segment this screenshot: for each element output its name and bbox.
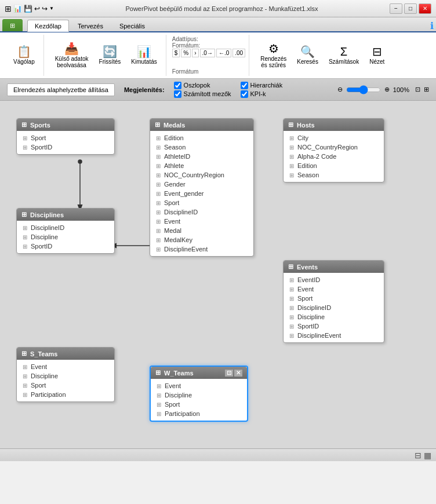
wteams-table-icon: ⊞ (155, 369, 161, 377)
minimize-button[interactable]: − (390, 3, 402, 14)
ribbon-group-format: Adattípus: Formátum: $ % › .0→ ←.0 .00 F… (169, 35, 249, 76)
external-data-button[interactable]: 📥 Külső adatokbeolvasása (51, 40, 93, 71)
table-row: ⊞Season (150, 143, 253, 152)
field-icon: ⊞ (156, 154, 161, 160)
checkbox-kpik-input[interactable] (241, 90, 248, 98)
format-percent[interactable]: % (181, 49, 191, 57)
zoom-plus-icon[interactable]: ⊕ (384, 86, 390, 93)
field-icon: ⊞ (23, 234, 27, 240)
kimutas-button[interactable]: 📊 Kimutatás (127, 43, 161, 68)
table-hosts[interactable]: ⊞ Hosts ⊞City ⊞NOC_CountryRegion ⊞Alpha-… (283, 118, 384, 182)
format-dec-decimal[interactable]: ←.0 (216, 49, 231, 57)
app-icon-undo[interactable]: ↩ (34, 5, 40, 13)
field-icon: ⊞ (23, 392, 27, 398)
field-name: Event (164, 218, 180, 225)
field-icon: ⊞ (156, 135, 161, 141)
field-name: DisciplineID (31, 224, 64, 231)
zoom-control: ⊖ ⊕ 100% ⊡ ⊞ (337, 85, 429, 94)
table-row: ⊞Event (284, 284, 384, 294)
zoom-icon-1[interactable]: ⊡ (415, 86, 420, 93)
wteams-close-btn[interactable]: ✕ (234, 370, 242, 377)
clipboard-button[interactable]: 📋 Vágólap (9, 43, 39, 68)
field-name: NOC_CountryRegion (297, 144, 358, 151)
ribbon-help-icon[interactable]: ℹ (430, 20, 434, 31)
field-name: DisciplineID (164, 209, 198, 216)
field-icon: ⊞ (289, 323, 294, 330)
format-inc-decimal[interactable]: .0→ (200, 49, 215, 57)
reset-layout-button[interactable]: Elrendezés alaphelyzetbe állítása (7, 83, 115, 96)
clipboard-buttons: 📋 Vágólap (9, 35, 39, 76)
data-buttons: 📥 Külső adatokbeolvasása 🔄 Frissítés 📊 K… (51, 35, 161, 76)
zoom-icon-2[interactable]: ⊞ (424, 86, 429, 93)
field-icon: ⊞ (156, 228, 161, 234)
table-row: ⊞City (284, 133, 384, 143)
format-2decimal[interactable]: .00 (232, 49, 245, 57)
tab-home-icon[interactable]: ⊞ (2, 19, 23, 31)
field-icon: ⊞ (289, 144, 294, 151)
field-name: Participation (165, 410, 200, 417)
app-icon-dropdown[interactable]: ▼ (49, 6, 54, 11)
events-table-name: Events (297, 264, 318, 271)
checkbox-szamitott-input[interactable] (174, 90, 181, 98)
zoom-minus-icon[interactable]: ⊖ (337, 86, 343, 93)
tools-buttons: ⚙ Rendezésés szűrés 🔍 Keresés Σ Számítás… (256, 35, 388, 76)
restore-button[interactable]: □ (404, 3, 417, 14)
field-name: Alpha-2 Code (297, 153, 336, 160)
field-icon: ⊞ (156, 237, 161, 243)
tab-tervezes[interactable]: Tervezés (70, 20, 111, 31)
checkbox-oszlopok-input[interactable] (174, 82, 181, 89)
table-sports[interactable]: ⊞ Sports ⊞ Sport ⊞ SportID (16, 118, 115, 155)
format-dollar[interactable]: $ (172, 49, 180, 57)
statusbar-icon-1[interactable]: ⊟ (415, 451, 422, 460)
table-row: ⊞Discipline (151, 390, 247, 400)
checkbox-hierarchiak-input[interactable] (241, 82, 248, 89)
field-name: SportID (31, 243, 52, 250)
ribbon-group-tools: ⚙ Rendezésés szűrés 🔍 Keresés Σ Számítás… (252, 35, 393, 76)
title-bar-app-icons: ⊞ 📊 💾 ↩ ↪ ▼ (5, 4, 54, 13)
refresh-button[interactable]: 🔄 Frissítés (95, 43, 125, 68)
table-wteams-body: ⊞Event ⊞Discipline ⊞Sport ⊞Participation (151, 379, 247, 421)
format-controls: $ % › .0→ ←.0 .00 (172, 49, 245, 57)
search-icon: 🔍 (300, 46, 315, 57)
field-name: Discipline (165, 392, 192, 399)
table-row: ⊞DisciplineEvent (284, 331, 384, 340)
table-wteams-header: ⊞ W_Teams ⊡ ✕ (151, 367, 247, 379)
table-row: ⊞MedalKey (150, 235, 253, 244)
calculations-button[interactable]: Σ Számítások (325, 43, 363, 68)
tab-specialis[interactable]: Speciális (112, 20, 152, 31)
field-icon: ⊞ (157, 392, 161, 399)
table-row: ⊞Discipline (17, 371, 114, 381)
tab-kezdolap[interactable]: Kezdőlap (27, 20, 69, 32)
field-icon: ⊞ (289, 163, 294, 169)
format-comma[interactable]: › (192, 49, 198, 57)
table-disciplines[interactable]: ⊞ Disciplines ⊞ DisciplineID ⊞ Disciplin… (16, 208, 115, 254)
app-icon-save[interactable]: 💾 (24, 5, 32, 13)
zoom-slider[interactable] (346, 85, 381, 94)
table-disciplines-header: ⊞ Disciplines (17, 209, 114, 221)
steams-table-icon: ⊞ (21, 350, 27, 357)
field-icon: ⊞ (157, 401, 161, 408)
table-events[interactable]: ⊞ Events ⊞EventID ⊞Event ⊞Sport ⊞Discipl… (283, 260, 384, 343)
view-button[interactable]: ⊟ Nézet (365, 43, 388, 68)
sort-label: Rendezésés szűrés (260, 56, 286, 68)
table-row: ⊞EventID (284, 275, 384, 284)
statusbar-icon-2[interactable]: ▦ (424, 451, 431, 460)
field-icon: ⊞ (289, 277, 294, 283)
field-name: Gender (164, 181, 186, 188)
external-data-label: Külső adatokbeolvasása (55, 56, 89, 68)
search-button[interactable]: 🔍 Keresés (293, 43, 322, 68)
wteams-header-controls: ⊡ ✕ (225, 370, 242, 377)
app-icon-redo[interactable]: ↪ (42, 5, 48, 13)
close-button[interactable]: ✕ (419, 3, 431, 14)
sort-filter-button[interactable]: ⚙ Rendezésés szűrés (256, 40, 290, 71)
table-medals[interactable]: ⊞ Medals ⊞Edition ⊞Season ⊞AthleteID ⊞At… (150, 118, 254, 257)
field-icon: ⊞ (289, 172, 294, 178)
diagram-canvas[interactable]: ⊞ Sports ⊞ Sport ⊞ SportID ⊞ Disciplines… (0, 101, 436, 448)
table-wteams[interactable]: ⊞ W_Teams ⊡ ✕ ⊞Event ⊞Discipline ⊞Sport … (150, 366, 248, 422)
field-name: Sport (31, 134, 46, 141)
field-icon: ⊞ (156, 144, 161, 151)
table-steams[interactable]: ⊞ S_Teams ⊞Event ⊞Discipline ⊞Sport ⊞Par… (16, 347, 115, 402)
table-row: ⊞SportID (284, 322, 384, 331)
wteams-expand-btn[interactable]: ⊡ (225, 370, 233, 377)
field-name: Discipline (297, 313, 325, 320)
